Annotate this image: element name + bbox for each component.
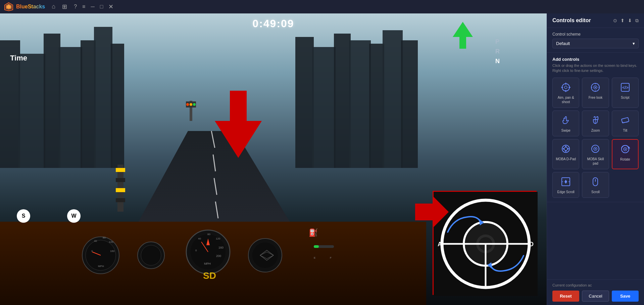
control-swipe[interactable]: Swipe bbox=[552, 111, 579, 136]
svg-rect-33 bbox=[116, 198, 125, 202]
control-free-look[interactable]: Free look bbox=[582, 78, 609, 108]
edge-scroll-label: Edge Scroll bbox=[557, 190, 575, 194]
control-moba-d-pad[interactable]: MOBA D-Pad bbox=[552, 139, 579, 169]
svg-rect-31 bbox=[116, 178, 125, 182]
game-area: MPH 0 40 80 120 160 MPH 0 40 80 120 160 … bbox=[0, 13, 547, 305]
main-content: MPH 0 40 80 120 160 MPH 0 40 80 120 160 … bbox=[0, 13, 644, 305]
swipe-icon bbox=[560, 114, 572, 126]
svg-text:160: 160 bbox=[110, 250, 115, 253]
code-icon: </> bbox=[619, 81, 631, 93]
svg-text:0: 0 bbox=[195, 249, 197, 252]
svg-marker-104 bbox=[562, 148, 564, 150]
svg-text:MPH: MPH bbox=[204, 262, 211, 265]
menu-icon[interactable]: ≡ bbox=[82, 4, 85, 10]
svg-text:⛽: ⛽ bbox=[309, 228, 318, 237]
svg-rect-34 bbox=[0, 222, 426, 225]
svg-point-26 bbox=[186, 103, 189, 106]
free-look-label: Free look bbox=[589, 95, 603, 100]
scroll-icon bbox=[589, 176, 601, 188]
svg-text:A: A bbox=[438, 241, 442, 248]
upload-icon[interactable]: ⬆ bbox=[621, 18, 625, 24]
help-circle-icon[interactable]: ⊙ bbox=[613, 18, 617, 24]
svg-rect-17 bbox=[401, 40, 418, 168]
app-name: BlueStacks bbox=[16, 4, 45, 10]
swipe-label: Swipe bbox=[561, 128, 571, 133]
moba-skill-icon bbox=[589, 143, 601, 155]
panel-header-icons: ⊙ ⬆ ⬇ ⧉ bbox=[613, 18, 639, 24]
svg-marker-81 bbox=[415, 197, 449, 227]
control-aim-pan-shoot[interactable]: Aim, pan &shoot bbox=[552, 78, 579, 108]
svg-rect-15 bbox=[369, 44, 384, 168]
key-s: S bbox=[17, 209, 30, 223]
save-button[interactable]: Save bbox=[612, 291, 639, 302]
bluestacks-logo-icon bbox=[4, 2, 13, 11]
control-scheme-dropdown[interactable]: Default ▾ bbox=[552, 39, 639, 48]
svg-point-59 bbox=[252, 243, 278, 268]
svg-text:120: 120 bbox=[109, 241, 113, 244]
svg-text:120: 120 bbox=[216, 237, 220, 240]
download-icon[interactable]: ⬇ bbox=[628, 18, 632, 24]
grid-icon[interactable]: ⊞ bbox=[62, 3, 67, 10]
svg-point-27 bbox=[190, 103, 192, 106]
svg-text:200: 200 bbox=[216, 254, 221, 258]
svg-text:40: 40 bbox=[94, 239, 97, 243]
cancel-button[interactable]: Cancel bbox=[582, 291, 609, 302]
svg-rect-7 bbox=[59, 47, 82, 168]
time-label: Time bbox=[10, 54, 27, 62]
svg-point-101 bbox=[564, 147, 567, 150]
control-scroll[interactable]: Scroll bbox=[582, 172, 609, 198]
moba-dpad-icon bbox=[560, 143, 572, 155]
panel-footer: Current configuration ac Reset Cancel Sa… bbox=[547, 279, 644, 305]
zoom-label: Zoom bbox=[591, 128, 600, 133]
svg-rect-5 bbox=[18, 54, 45, 168]
help-icon[interactable]: ? bbox=[74, 4, 77, 10]
maximize-icon[interactable]: □ bbox=[100, 4, 103, 10]
control-rotate[interactable]: Rotate bbox=[612, 139, 639, 169]
svg-text:80: 80 bbox=[103, 236, 106, 239]
control-scheme-label: Control scheme bbox=[552, 32, 639, 37]
svg-text:MPH: MPH bbox=[98, 265, 104, 268]
zoom-icon bbox=[589, 114, 601, 126]
rotate-label: Rotate bbox=[620, 157, 630, 162]
moba-skill-pad-label: MOBA Skill pad bbox=[584, 157, 606, 166]
red-arrow-right bbox=[415, 197, 449, 228]
game-timer: 0:49:09 bbox=[252, 17, 294, 30]
copy-icon[interactable]: ⧉ bbox=[635, 18, 639, 24]
title-bar: BlueStacks ⌂ ⊞ ? ≡ ─ □ ✕ bbox=[0, 0, 644, 13]
steering-wheel-svg: A D bbox=[434, 192, 538, 296]
control-edge-scroll[interactable]: Edge Scroll bbox=[552, 172, 579, 198]
svg-marker-69 bbox=[215, 91, 262, 158]
title-bar-nav: ⌂ ⊞ bbox=[52, 3, 67, 10]
crosshair-icon bbox=[560, 81, 572, 93]
edge-scroll-icon bbox=[560, 176, 572, 188]
moba-d-pad-label: MOBA D-Pad bbox=[556, 157, 576, 161]
svg-rect-11 bbox=[295, 37, 314, 168]
svg-text:</>: </> bbox=[622, 85, 629, 90]
svg-rect-13 bbox=[334, 34, 351, 168]
reset-button[interactable]: Reset bbox=[552, 291, 579, 302]
close-icon[interactable]: ✕ bbox=[108, 3, 113, 10]
gear-indicator: P R N bbox=[495, 37, 500, 66]
home-icon[interactable]: ⌂ bbox=[52, 3, 55, 10]
gear-p: P bbox=[495, 37, 500, 47]
svg-point-82 bbox=[562, 84, 569, 91]
svg-point-108 bbox=[595, 148, 596, 149]
svg-marker-114 bbox=[564, 180, 567, 182]
gear-n: N bbox=[495, 56, 500, 66]
svg-rect-32 bbox=[116, 188, 125, 192]
control-moba-skill-pad[interactable]: MOBA Skill pad bbox=[582, 139, 609, 169]
chevron-down-icon: ▾ bbox=[633, 41, 635, 46]
svg-point-83 bbox=[564, 86, 567, 89]
scroll-label: Scroll bbox=[591, 190, 600, 194]
svg-point-111 bbox=[625, 148, 626, 150]
add-controls-section: Add controls Click or drag the actions o… bbox=[547, 53, 644, 202]
minimize-icon[interactable]: ─ bbox=[91, 4, 94, 10]
control-script[interactable]: </> Script bbox=[612, 78, 639, 108]
svg-marker-105 bbox=[567, 148, 569, 150]
control-zoom[interactable]: Zoom bbox=[582, 111, 609, 136]
control-scheme-value: Default bbox=[556, 41, 570, 46]
control-tilt[interactable]: Tilt bbox=[612, 111, 639, 136]
svg-point-28 bbox=[193, 103, 196, 106]
direction-arrow-up bbox=[451, 20, 475, 52]
svg-text:SD: SD bbox=[203, 270, 216, 281]
